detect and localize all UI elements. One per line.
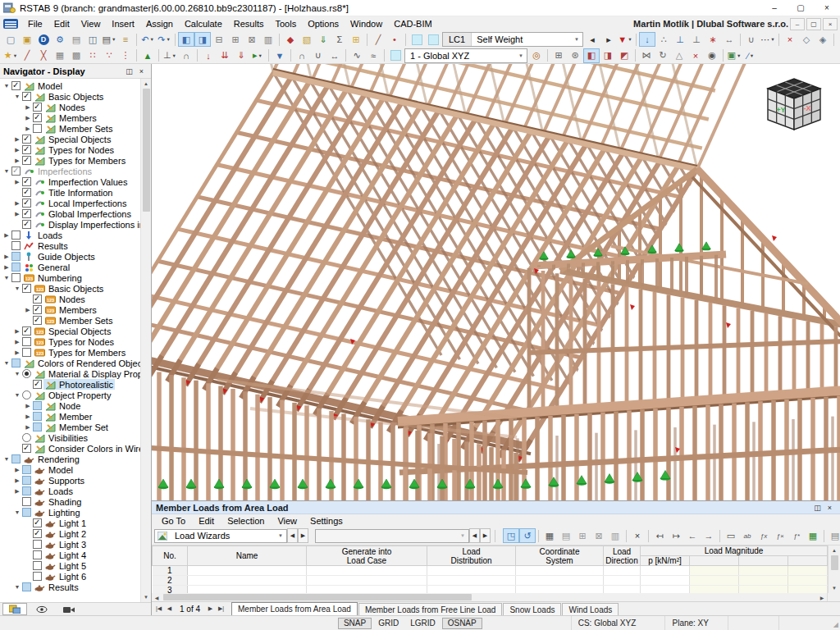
tree-checkbox[interactable] bbox=[22, 444, 31, 453]
expand-icon[interactable]: ▶ bbox=[23, 104, 33, 111]
panel-menu-settings[interactable]: Settings bbox=[304, 516, 349, 526]
menu-edit[interactable]: Edit bbox=[48, 16, 75, 31]
table-cell[interactable] bbox=[739, 586, 788, 594]
last-table-button[interactable]: ▶| bbox=[216, 604, 226, 614]
show-support-values-button[interactable]: ⊥ bbox=[688, 32, 705, 47]
toggle-table-view-button[interactable]: ▥ bbox=[260, 32, 276, 47]
view-cube[interactable]: +Y-X bbox=[748, 74, 824, 138]
paste-right-button[interactable]: → bbox=[701, 528, 717, 543]
mdi-close-button[interactable]: × bbox=[823, 18, 838, 30]
tree-checkbox[interactable] bbox=[11, 241, 21, 250]
collapse-icon[interactable]: ▼ bbox=[2, 83, 11, 89]
tree-checkbox[interactable] bbox=[22, 156, 31, 165]
axis-indicator-button[interactable]: + bbox=[837, 32, 840, 47]
scroll-down-icon[interactable]: ▼ bbox=[141, 592, 152, 602]
tree-item-types-for-members[interactable]: ▶123Types for Members bbox=[0, 347, 140, 358]
sync-selection-button[interactable]: ↺ bbox=[519, 528, 536, 543]
expand-icon[interactable]: ▶ bbox=[12, 179, 22, 185]
mdi-minimize-button[interactable]: – bbox=[790, 18, 805, 30]
measure-button[interactable]: ↔ bbox=[326, 48, 343, 63]
tree-item-light-4[interactable]: Light 4 bbox=[0, 550, 140, 560]
table-settings-button[interactable]: ▤ bbox=[827, 528, 840, 543]
scrollb-thumb[interactable] bbox=[163, 594, 472, 600]
new-member-button[interactable]: ╱ bbox=[370, 32, 386, 47]
tree-checkbox[interactable] bbox=[33, 103, 42, 112]
chevron-down-icon[interactable]: ▼ bbox=[628, 37, 632, 42]
show-loads-button[interactable]: ↓ bbox=[639, 32, 655, 47]
member-load-button[interactable]: ⇊ bbox=[217, 48, 233, 63]
delete-objects-button[interactable]: × bbox=[687, 48, 704, 63]
tree-checkbox[interactable] bbox=[22, 135, 31, 144]
menu-tools[interactable]: Tools bbox=[269, 16, 302, 31]
tree-checkbox[interactable] bbox=[33, 518, 42, 527]
tree-checkbox[interactable] bbox=[33, 561, 42, 570]
clip-bottom-button[interactable]: ∪ bbox=[310, 48, 326, 63]
tree-item-model[interactable]: ▼Model bbox=[0, 80, 140, 91]
close-panel-icon[interactable]: × bbox=[824, 502, 836, 514]
edit-grid-button[interactable]: ⊞ bbox=[348, 32, 364, 47]
tree-item-types-for-members[interactable]: ▶Types for Members bbox=[0, 155, 140, 166]
import-clipboard-button[interactable]: ↤ bbox=[651, 528, 668, 543]
chevron-down-icon[interactable]: ▼ bbox=[172, 53, 176, 58]
tree-item-light-2[interactable]: Light 2 bbox=[0, 528, 140, 539]
chevron-down-icon[interactable]: ▼ bbox=[258, 53, 262, 58]
collapse-icon[interactable]: ▼ bbox=[12, 285, 22, 291]
workplane-display-toggle-button[interactable] bbox=[387, 48, 404, 63]
navigator-scrollbar[interactable]: ▲ ▼ bbox=[140, 79, 151, 602]
render-solid-button[interactable]: ◇ bbox=[798, 32, 815, 47]
tree-item-nodes[interactable]: ▶Nodes bbox=[0, 102, 140, 112]
collapse-icon[interactable]: ▼ bbox=[2, 168, 11, 174]
background-image-button[interactable]: ▣▼ bbox=[726, 48, 742, 63]
table-cell[interactable] bbox=[188, 586, 307, 594]
perspective-view-button[interactable]: △ bbox=[671, 48, 687, 63]
table-cell[interactable] bbox=[188, 566, 307, 576]
table-cell[interactable] bbox=[307, 566, 427, 576]
chevron-down-icon[interactable]: ▼ bbox=[770, 37, 774, 42]
tree-checkbox[interactable] bbox=[33, 113, 42, 122]
table-cell[interactable] bbox=[188, 576, 307, 586]
tree-item-local-imperfections[interactable]: ▶Local Imperfections bbox=[0, 198, 140, 208]
scroll-left-icon[interactable]: ◀ bbox=[152, 593, 162, 601]
copy-nodes-button[interactable]: ∵ bbox=[101, 48, 117, 63]
timber-house-model[interactable] bbox=[152, 64, 840, 500]
screenshot-button[interactable]: ◉ bbox=[704, 48, 720, 63]
expand-icon[interactable]: ▶ bbox=[12, 467, 22, 473]
tree-radio[interactable] bbox=[22, 433, 31, 442]
tree-item-model[interactable]: ▶Model bbox=[0, 464, 140, 475]
coordinate-system-combobox[interactable]: 1 - Global XYZ ▼ bbox=[404, 48, 527, 63]
export-clipboard-button[interactable]: ↦ bbox=[668, 528, 684, 543]
tree-item-imperfections[interactable]: ▼Imperfections bbox=[0, 166, 140, 176]
table-cell[interactable] bbox=[739, 566, 788, 576]
table-cell[interactable] bbox=[788, 586, 828, 594]
toggle-navigator-button[interactable]: ◧ bbox=[178, 32, 194, 47]
show-load-values-button[interactable]: ∴ bbox=[655, 32, 672, 47]
tree-item-member-set[interactable]: ▶Member Set bbox=[0, 422, 140, 432]
new-model-button[interactable]: ▢ bbox=[2, 32, 19, 47]
line-rough-button[interactable]: ≈ bbox=[365, 48, 381, 63]
previous-table-button[interactable]: ◀ bbox=[164, 604, 175, 614]
toggle-tables-button[interactable]: ◨ bbox=[194, 32, 211, 47]
tree-checkbox[interactable] bbox=[33, 305, 42, 314]
tree-radio[interactable] bbox=[22, 369, 31, 378]
table-cell[interactable] bbox=[739, 576, 788, 586]
table-horizontal-scrollbar[interactable]: ◀ ▶ bbox=[152, 593, 840, 601]
collapse-icon[interactable]: ▼ bbox=[12, 584, 22, 590]
workplane-xz-button[interactable]: ◩ bbox=[616, 48, 632, 63]
tree-item-member-sets[interactable]: ▶Member Sets bbox=[0, 123, 140, 134]
table-cell[interactable] bbox=[427, 566, 516, 576]
next-filter-button[interactable]: ▶ bbox=[480, 528, 491, 543]
first-table-button[interactable]: |◀ bbox=[153, 604, 164, 614]
edit-combinations-button[interactable]: Σ bbox=[331, 32, 348, 47]
paste-left-button[interactable]: ← bbox=[684, 528, 701, 543]
row-settings-button[interactable]: ▥ bbox=[607, 528, 623, 543]
tree-item-types-for-nodes[interactable]: ▶123Types for Nodes bbox=[0, 336, 140, 347]
tree-checkbox[interactable] bbox=[22, 326, 31, 336]
table-cell[interactable] bbox=[307, 586, 427, 594]
scroll-up-icon[interactable]: ▲ bbox=[829, 546, 840, 555]
table-cell[interactable] bbox=[604, 586, 641, 594]
expand-icon[interactable]: ▶ bbox=[12, 147, 22, 153]
tree-item-colors-of-rendered-objects-by[interactable]: ▼Colors of Rendered Objects by bbox=[0, 358, 140, 368]
chevron-down-icon[interactable]: ▼ bbox=[737, 53, 741, 58]
tree-checkbox[interactable] bbox=[22, 465, 31, 474]
tree-item-special-objects[interactable]: ▶Special Objects bbox=[0, 134, 140, 144]
